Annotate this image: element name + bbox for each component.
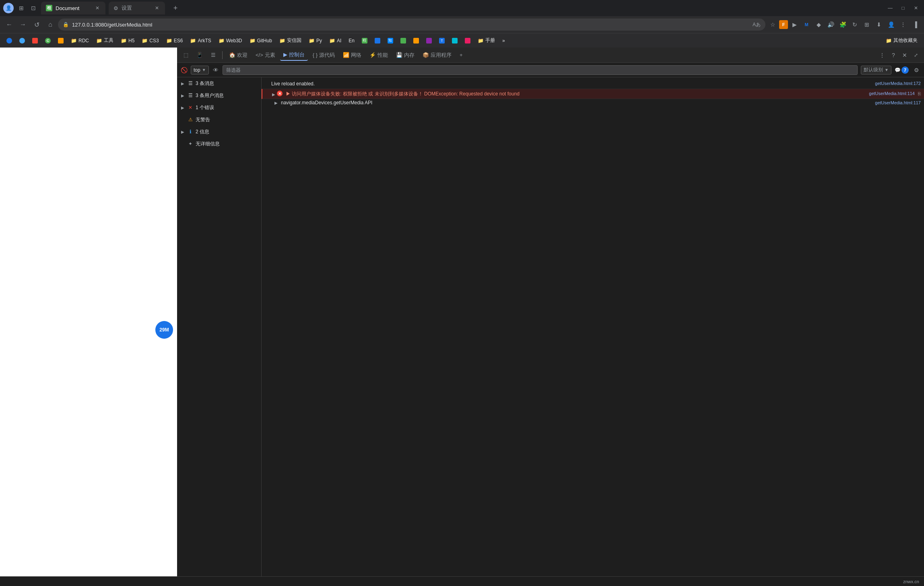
sidebar-item-info[interactable]: ▶ ℹ 2 信息	[177, 126, 261, 138]
bookmark-folder-manual[interactable]: 📁 手册	[474, 35, 498, 46]
bookmark-folder-rdc[interactable]: 📁 RDC	[68, 35, 92, 46]
bookmark-cheng[interactable]: 程	[359, 35, 371, 46]
bookmark-site2[interactable]	[16, 35, 28, 46]
log-level-selector[interactable]: 默认级别 ▼	[861, 66, 891, 75]
devtools-tab-memory[interactable]: 💾 内存	[393, 50, 418, 61]
devtools-undock-btn[interactable]: ⤢	[911, 50, 921, 60]
ext-puzzle[interactable]: 🧩	[837, 19, 848, 30]
devtools-tab-elements[interactable]: </> 元素	[252, 50, 278, 61]
bookmark-folder-other[interactable]: 📁 其他收藏夹	[883, 35, 921, 46]
sidebar-item-messages[interactable]: ▶ ☰ 3 条消息	[177, 77, 261, 89]
message-count-icon: 💬	[895, 67, 901, 73]
bookmark-folder-arkts[interactable]: 📁 ArkTS	[187, 35, 214, 46]
bookmark-folder-cs3[interactable]: 📁 CS3	[138, 35, 162, 46]
user-avatar[interactable]: 👤	[3, 3, 14, 13]
bookmark-folder-es6[interactable]: 📁 ES6	[163, 35, 186, 46]
devtools-tab-console[interactable]: ▶ 控制台	[280, 50, 308, 61]
bookmark-site1[interactable]	[3, 35, 15, 46]
devtools-layers-btn[interactable]: ☰	[208, 50, 219, 61]
ext-refresh[interactable]: ↻	[849, 19, 860, 30]
devtools-tab-network[interactable]: 📶 网络	[340, 50, 365, 61]
bookmark-folder-anxinguo[interactable]: 📁 安信国	[276, 35, 305, 46]
devtools-dock-btn[interactable]: ⋮	[877, 50, 887, 60]
bookmark-chat[interactable]	[397, 35, 409, 46]
devtools-tab-welcome[interactable]: 🏠 欢迎	[226, 50, 251, 61]
ext-more[interactable]: ⋮	[897, 19, 909, 30]
bookmark-bolt[interactable]	[410, 35, 422, 46]
user-messages-icon: ☰	[188, 93, 193, 98]
home-button[interactable]: ⌂	[44, 19, 56, 31]
copy-icon[interactable]: ⎘	[918, 90, 921, 97]
console-filter-input[interactable]	[223, 65, 858, 75]
bookmark-music[interactable]	[371, 35, 384, 46]
address-bar[interactable]: 🔒 127.0.0.1:8080/getUserMedia.html Aあ	[58, 19, 765, 31]
sidebar-item-warnings[interactable]: ▶ ⚠ 无警告	[177, 114, 261, 126]
sub-message-link[interactable]: getUserMedia.html:117	[868, 100, 921, 105]
bookmark-folder-h5[interactable]: 📁 H5	[118, 35, 138, 46]
devtools-tab-add[interactable]: +	[456, 50, 466, 61]
new-tab-button[interactable]: +	[170, 2, 181, 14]
tab-document[interactable]: 程 Document ✕	[41, 2, 105, 14]
sidebar-item-errors[interactable]: ▶ ✕ 1 个错误	[177, 101, 261, 114]
devtools-tab-performance[interactable]: ⚡ 性能	[366, 50, 391, 61]
ext-windows[interactable]: ⊞	[861, 19, 872, 30]
close-button[interactable]: ✕	[911, 3, 921, 13]
ext-download[interactable]: ⬇	[873, 19, 885, 30]
ext-blue[interactable]: M	[801, 19, 812, 30]
minimize-button[interactable]: —	[885, 3, 895, 13]
bookmark-en[interactable]: En	[345, 35, 358, 46]
feedly-icon[interactable]: ▶	[789, 19, 800, 30]
device-icon: 📱	[196, 52, 203, 58]
devtools-panel: ⬚ 📱 ☰ 🏠 欢迎 </> 元素 ▶	[177, 48, 924, 576]
bookmark-ext2[interactable]	[462, 35, 474, 46]
forward-button[interactable]: →	[17, 19, 29, 31]
new-tab-icon[interactable]: ⊡	[29, 4, 38, 12]
sub-message-expand[interactable]: ▶	[274, 101, 278, 105]
clear-console-button[interactable]: 🚫	[180, 66, 188, 74]
devtools-tab-sources[interactable]: { } 源代码	[309, 50, 338, 61]
msg-link-error[interactable]: getUserMedia.html:114	[862, 90, 915, 97]
devtools-tab-application[interactable]: 📦 应用程序	[419, 50, 455, 61]
bm-favicon-ext2	[465, 38, 470, 43]
ext-person[interactable]: 👤	[885, 19, 897, 30]
bookmark-more[interactable]: »	[499, 35, 508, 46]
bookmark-folder-ai[interactable]: 📁 AI	[326, 35, 344, 46]
bookmark-zhihu[interactable]: 知	[384, 35, 396, 46]
maximize-button[interactable]: □	[898, 3, 908, 13]
tab-close-settings[interactable]: ✕	[154, 5, 160, 11]
error-expand-icon[interactable]: ▶	[272, 91, 275, 97]
sidebar-item-verbose[interactable]: ▶ ✦ 无详细信息	[177, 138, 261, 150]
devtools-device-btn[interactable]: 📱	[193, 50, 206, 61]
console-settings-button[interactable]: ⚙	[912, 66, 921, 75]
back-button[interactable]: ←	[3, 19, 15, 31]
bookmark-folder-tools[interactable]: 📁 工具	[93, 35, 117, 46]
bookmark-translate[interactable]: T	[436, 35, 448, 46]
tab-settings[interactable]: ⚙ 设置 ✕	[109, 2, 165, 14]
devtools-help-btn[interactable]: ?	[889, 50, 898, 60]
bookmark-site3[interactable]	[29, 35, 41, 46]
bookmark-folder-web3d[interactable]: 📁 Web3D	[215, 35, 245, 46]
bookmark-folder-py[interactable]: 📁 Py	[305, 35, 325, 46]
devtools-inspect-btn[interactable]: ⬚	[180, 50, 192, 61]
sidebar-item-user-messages[interactable]: ▶ ☰ 3 条用户消息	[177, 89, 261, 101]
reload-button[interactable]: ↺	[31, 19, 43, 31]
devtools-close-btn[interactable]: ✕	[900, 50, 910, 60]
tabs-icon[interactable]: ⊞	[17, 4, 26, 12]
star-button[interactable]: ☆	[767, 19, 778, 30]
bm-label-ai: AI	[337, 38, 341, 43]
bookmark-site4[interactable]: C	[42, 35, 54, 46]
bookmark-site5[interactable]	[55, 35, 67, 46]
sidebar-button[interactable]: ▐	[910, 19, 921, 30]
bookmark-circle[interactable]	[423, 35, 435, 46]
msg-link-live-reload[interactable]: getUserMedia.html:172	[868, 80, 921, 87]
translate-icon: Aあ	[753, 21, 761, 28]
reading-list-button[interactable]: F	[779, 20, 788, 29]
sub-message-text: navigator.mediaDevices.getUserMedia API	[281, 100, 868, 106]
ext-speaker[interactable]: 🔊	[825, 19, 836, 30]
context-selector[interactable]: top ▼	[191, 66, 209, 75]
tab-close-document[interactable]: ✕	[94, 5, 101, 11]
show-live-expressions[interactable]: 👁	[212, 66, 219, 74]
bookmark-ext1[interactable]	[449, 35, 461, 46]
bookmark-folder-github[interactable]: 📁 GitHub	[246, 35, 275, 46]
ext-diamond[interactable]: ◆	[813, 19, 824, 30]
